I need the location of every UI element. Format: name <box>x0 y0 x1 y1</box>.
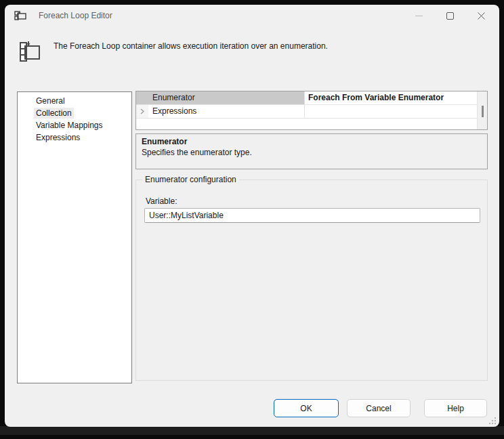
property-description-panel: Enumerator Specifies the enumerator type… <box>135 133 488 169</box>
help-button[interactable]: Help <box>424 399 487 417</box>
property-name[interactable]: Enumerator <box>148 91 305 104</box>
property-row-enumerator[interactable]: Enumerator Foreach From Variable Enumera… <box>136 91 477 105</box>
maximize-icon <box>446 12 454 20</box>
pages-listbox: General Collection Variable Mappings Exp… <box>17 91 132 383</box>
sidebar-item-collection[interactable]: Collection <box>18 107 131 119</box>
property-grid-scrollbar[interactable] <box>477 91 487 129</box>
title-bar[interactable]: Foreach Loop Editor <box>5 5 499 27</box>
cancel-button[interactable]: Cancel <box>347 399 411 417</box>
desktop-background <box>0 426 504 435</box>
sidebar-item-general[interactable]: General <box>18 95 131 107</box>
resize-grip[interactable] <box>488 417 496 424</box>
property-name[interactable]: Expressions <box>148 105 305 118</box>
property-grid: Enumerator Foreach From Variable Enumera… <box>135 91 488 130</box>
property-row-expressions[interactable]: Expressions <box>136 105 477 119</box>
row-margin <box>136 105 148 118</box>
row-margin <box>136 91 148 104</box>
description-title: Enumerator <box>142 137 482 146</box>
foreach-loop-icon <box>14 10 26 22</box>
window-title: Foreach Loop Editor <box>39 11 112 20</box>
close-button[interactable] <box>466 5 497 27</box>
enumerator-configuration-group: Enumerator configuration Variable: <box>135 180 488 381</box>
foreach-loop-editor-dialog: Foreach Loop Editor The Foreach Loop con… <box>5 5 499 427</box>
dialog-description: The Foreach Loop container allows execut… <box>54 41 328 51</box>
property-value[interactable] <box>305 105 477 118</box>
sidebar-item-expressions[interactable]: Expressions <box>18 131 131 144</box>
ok-button[interactable]: OK <box>274 399 339 417</box>
scrollbar-thumb[interactable] <box>482 106 484 117</box>
variable-label: Variable: <box>146 196 177 206</box>
close-icon <box>478 12 485 20</box>
minimize-button[interactable] <box>404 5 434 27</box>
minimize-icon <box>415 12 423 20</box>
foreach-loop-container-icon <box>19 41 41 64</box>
expand-chevron-icon[interactable] <box>140 108 144 114</box>
group-label: Enumerator configuration <box>142 175 239 184</box>
property-value[interactable]: Foreach From Variable Enumerator <box>305 91 477 104</box>
maximize-button[interactable] <box>435 5 465 27</box>
variable-input[interactable] <box>144 208 480 223</box>
sidebar-item-variable-mappings[interactable]: Variable Mappings <box>18 119 131 131</box>
description-text: Specifies the enumerator type. <box>142 148 482 157</box>
